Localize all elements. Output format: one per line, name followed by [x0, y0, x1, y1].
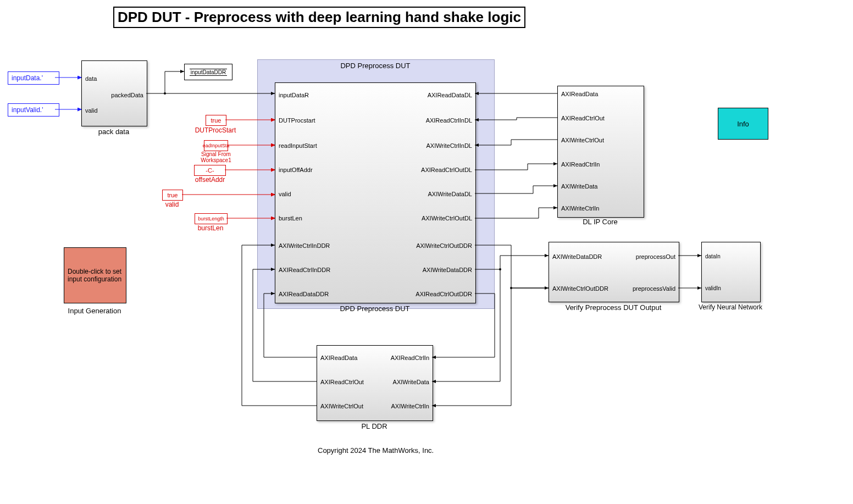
dut-in-4: valid [279, 191, 291, 197]
label-offset: offsetAddr [190, 176, 230, 184]
dut-out-3: AXIReadCtrlOutDL [421, 167, 472, 173]
label-inputgen: Input Generation [60, 307, 129, 315]
diagram-canvas: DPD DUT - Preprocess with deep learning … [0, 0, 853, 504]
scope-inputdataddr[interactable]: inputDataDDR [184, 64, 232, 80]
plddr-l2: AXIWriteCtrlOut [320, 403, 363, 409]
source-inputvalid-label: inputValid.' [12, 106, 43, 114]
port-packdata-data: data [85, 75, 97, 82]
dut-out-2: AXIWriteCtrlInDL [426, 142, 472, 149]
verify-out-0: preprocessOut [636, 253, 675, 260]
block-info[interactable]: Info [718, 108, 768, 140]
plddr-r2: AXIWriteCtrlIn [391, 403, 429, 409]
dut-in-0: inputDataR [279, 92, 309, 98]
dut-in-6: AXIWriteCtrlInDDR [279, 242, 330, 249]
block-plddr[interactable]: AXIReadData AXIReadCtrlOut AXIWriteCtrlO… [317, 345, 433, 421]
const-readinput[interactable]: eadInputSta [204, 140, 228, 151]
nn-in-1: validIn [705, 285, 721, 291]
label-verify: Verify Preprocess DUT Output [549, 303, 678, 312]
dut-in-2: readInputStart [279, 142, 317, 149]
svg-point-2 [164, 92, 166, 95]
svg-point-12 [499, 268, 501, 270]
label-plddr: PL DDR [317, 422, 432, 430]
const-offset[interactable]: -C- [194, 165, 226, 176]
diagram-title: DPD DUT - Preprocess with deep learning … [113, 7, 525, 28]
dlip-p5: AXIWriteCtrlIn [561, 205, 599, 212]
const-burst[interactable]: burstLength [195, 213, 228, 224]
inputgen-text: Double-click to set input configuration [68, 268, 123, 283]
dut-in-5: burstLen [279, 215, 302, 221]
dut-in-7: AXIReadCtrlInDDR [279, 267, 330, 273]
dut-in-3: inputOffAddr [279, 167, 313, 173]
label-packdata: pack data [81, 128, 146, 136]
verify-out-1: preprocessValid [633, 285, 675, 292]
source-inputdata-label: inputData.' [12, 74, 43, 82]
label-readinput: Signal From Workspace1 [193, 151, 239, 163]
block-verify[interactable]: AXIWriteDataDDR AXIWriteCtrlOutDDR prepr… [549, 242, 679, 302]
label-nn: Verify Neural Network [691, 303, 769, 311]
label-dlip: DL IP Core [557, 218, 643, 226]
footer-copyright: Copyright 2024 The MathWorks, Inc. [318, 446, 434, 455]
dlip-p4: AXIWriteData [561, 183, 597, 190]
plddr-l1: AXIReadCtrlOut [320, 379, 364, 385]
block-packdata[interactable]: data valid packedData [81, 60, 147, 126]
plddr-l0: AXIReadData [320, 355, 357, 361]
label-burst: burstLen [191, 224, 230, 232]
source-inputvalid[interactable]: inputValid.' [8, 103, 59, 117]
info-label: Info [737, 120, 749, 128]
dlip-p0: AXIReadData [561, 91, 598, 97]
dut-out-1: AXIReadCtrlInDL [426, 117, 472, 124]
dut-out-4: AXIWriteDataDL [428, 191, 473, 197]
dut-out-6: AXIWriteCtrlOutDDR [416, 242, 472, 249]
dut-out-5: AXIWriteCtrlOutDL [422, 215, 472, 221]
label-procstart: DUTProcStart [189, 126, 242, 134]
svg-point-10 [510, 287, 512, 289]
verify-in-1: AXIWriteCtrlOutDDR [552, 285, 608, 292]
dut-bottom-label: DPD Preprocess DUT [275, 304, 475, 313]
source-inputdata[interactable]: inputData.' [8, 71, 59, 85]
plddr-r1: AXIWriteData [393, 379, 429, 385]
const-valid[interactable]: true [162, 190, 183, 201]
port-packdata-valid: valid [85, 107, 98, 114]
dlip-p1: AXIReadCtrlOut [561, 115, 605, 121]
dut-out-8: AXIReadCtrlOutDDR [416, 291, 472, 297]
dut-out-0: AXIReadDataDL [428, 92, 472, 98]
dut-in-8: AXIReadDataDDR [279, 291, 329, 297]
block-dlip[interactable]: AXIReadData AXIReadCtrlOut AXIWriteCtrlO… [557, 86, 644, 218]
label-valid: valid [158, 201, 186, 208]
dut-in-1: DUTProcstart [279, 117, 315, 124]
dut-top-label: DPD Preprocess DUT [257, 62, 494, 70]
scope-inputdataddr-label: inputDataDDR [190, 69, 228, 76]
plddr-r0: AXIReadCtrlIn [391, 355, 429, 361]
verify-in-0: AXIWriteDataDDR [552, 253, 602, 260]
block-nn[interactable]: dataIn validIn [701, 242, 761, 302]
nn-in-0: dataIn [705, 253, 721, 259]
block-inputgen[interactable]: Double-click to set input configuration [64, 247, 126, 303]
const-procstart[interactable]: true [206, 115, 226, 126]
dlip-p3: AXIReadCtrlIn [561, 161, 600, 168]
dut-out-7: AXIWriteDataDDR [423, 267, 472, 273]
dlip-p2: AXIWriteCtrlOut [561, 137, 604, 143]
block-dut[interactable]: inputDataR DUTProcstart readInputStart i… [275, 82, 476, 303]
port-packdata-out: packedData [111, 92, 143, 98]
